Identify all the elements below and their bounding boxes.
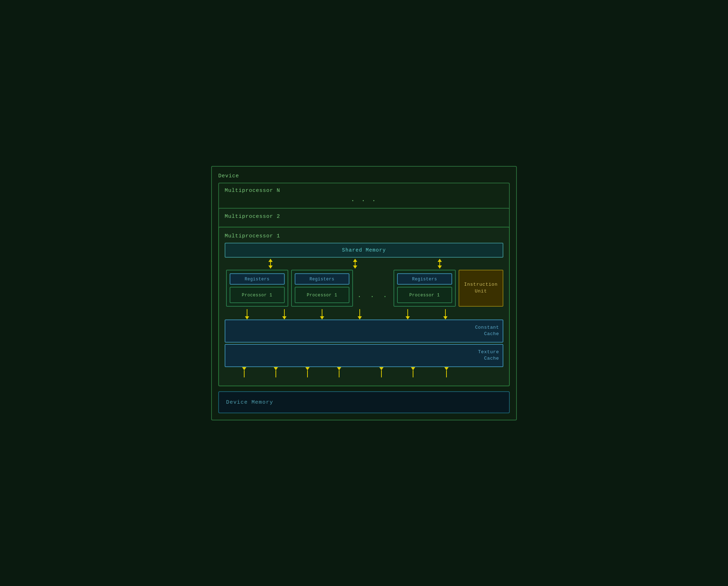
arrow-line xyxy=(270,262,271,265)
arrow-sm-1 xyxy=(268,259,273,269)
processor-section-1: Registers Processor 1 xyxy=(226,270,288,307)
arrow-up xyxy=(353,259,357,262)
arrow-head xyxy=(337,367,341,370)
arrow-line xyxy=(439,262,440,265)
shared-memory-box: Shared Memory xyxy=(225,243,503,258)
device-memory-label: Device Memory xyxy=(226,399,273,405)
arrow-shaft xyxy=(307,370,308,377)
arrow-up xyxy=(268,259,273,262)
arrow-head xyxy=(406,316,410,319)
registers-label-3: Registers xyxy=(412,277,437,282)
arrow-head xyxy=(443,316,448,319)
processor-box-1: Processor 1 xyxy=(230,287,285,303)
arrow-head xyxy=(320,316,324,319)
arrow-head xyxy=(444,367,449,370)
registers-box-1: Registers xyxy=(230,273,285,285)
arrow-head xyxy=(358,316,362,319)
arrow-shaft xyxy=(359,309,360,316)
shared-mem-arrows xyxy=(225,258,503,270)
arrow-d3 xyxy=(320,309,324,319)
arrow-shaft xyxy=(407,309,408,316)
arrow-shaft xyxy=(445,309,446,316)
cache-down-arrows xyxy=(225,367,503,380)
arrow-head xyxy=(282,316,287,319)
instruction-unit-label: InstructionUnit xyxy=(464,281,498,294)
arrow-dm5 xyxy=(379,367,384,377)
arrow-d4 xyxy=(358,309,362,319)
mp1-inner: Shared Memory xyxy=(225,243,503,380)
device-memory-box: Device Memory xyxy=(218,391,510,413)
arrow-head xyxy=(245,316,249,319)
device-box: Device Multiprocessor N · · · Multiproce… xyxy=(211,166,517,420)
arrow-dm7 xyxy=(444,367,449,377)
mp-n-label: Multiprocessor N xyxy=(225,188,503,194)
arrow-shaft xyxy=(339,370,339,377)
arrow-shaft xyxy=(275,370,276,377)
arrow-head xyxy=(379,367,384,370)
proc-dots: · · · xyxy=(357,292,389,301)
arrow-shaft xyxy=(413,370,413,377)
mp1-box: Multiprocessor 1 Shared Memory xyxy=(218,227,510,386)
processor-box-2: Processor 1 xyxy=(295,287,350,303)
arrow-sm-3 xyxy=(438,259,442,269)
arrow-down xyxy=(438,265,442,269)
arrow-dm2 xyxy=(274,367,278,377)
arrow-head xyxy=(242,367,246,370)
arrow-head xyxy=(411,367,415,370)
constant-cache-space xyxy=(225,320,503,342)
arrow-shaft xyxy=(244,370,245,377)
arrow-up xyxy=(438,259,442,262)
arrow-d5 xyxy=(406,309,410,319)
constant-cache-label: ConstantCache xyxy=(475,324,499,337)
registers-box-3: Registers xyxy=(397,273,452,285)
registers-box-2: Registers xyxy=(295,273,350,285)
registers-label-2: Registers xyxy=(310,277,334,282)
arrow-line xyxy=(355,262,355,265)
mp1-label: Multiprocessor 1 xyxy=(225,233,503,239)
constant-cache-box: ConstantCache xyxy=(225,319,503,343)
arrow-shaft xyxy=(322,309,322,316)
registers-label-1: Registers xyxy=(245,277,269,282)
processor-label-1: Processor 1 xyxy=(242,293,272,298)
arrow-dm6 xyxy=(411,367,415,377)
arrow-down xyxy=(353,265,357,269)
processor-section-2: Registers Processor 1 xyxy=(291,270,353,307)
arrow-d1 xyxy=(245,309,249,319)
mp2-label: Multiprocessor 2 xyxy=(225,214,503,220)
processor-label-3: Processor 1 xyxy=(409,293,440,298)
arrow-d6 xyxy=(443,309,448,319)
arrow-d2 xyxy=(282,309,287,319)
texture-cache-space xyxy=(225,345,503,366)
arrow-shaft xyxy=(284,309,285,316)
proc-down-arrows xyxy=(225,307,503,319)
processor-box-3: Processor 1 xyxy=(397,287,452,303)
processor-section-3: Registers Processor 1 xyxy=(394,270,456,307)
arrow-dm4 xyxy=(337,367,341,377)
arrow-down xyxy=(268,265,273,269)
device-label: Device xyxy=(218,173,510,179)
processor-dots: · · · xyxy=(354,270,392,307)
arrow-shaft xyxy=(446,370,447,377)
arrow-shaft xyxy=(381,370,382,377)
arrow-head xyxy=(305,367,310,370)
arrow-dm3 xyxy=(305,367,310,377)
arrow-shaft xyxy=(247,309,247,316)
arrow-head xyxy=(274,367,278,370)
texture-cache-box: TextureCache xyxy=(225,344,503,367)
diagram-wrapper: Device Multiprocessor N · · · Multiproce… xyxy=(204,159,524,428)
mp-n-dots: · · · xyxy=(225,197,503,204)
arrow-sm-2 xyxy=(353,259,357,269)
instruction-unit-box: InstructionUnit xyxy=(459,270,503,307)
processor-label-2: Processor 1 xyxy=(307,293,337,298)
arrow-dm1 xyxy=(242,367,246,377)
processors-and-iu: Registers Processor 1 Registers Processo… xyxy=(225,270,503,307)
texture-cache-label: TextureCache xyxy=(478,349,499,362)
shared-memory-label: Shared Memory xyxy=(342,247,386,253)
